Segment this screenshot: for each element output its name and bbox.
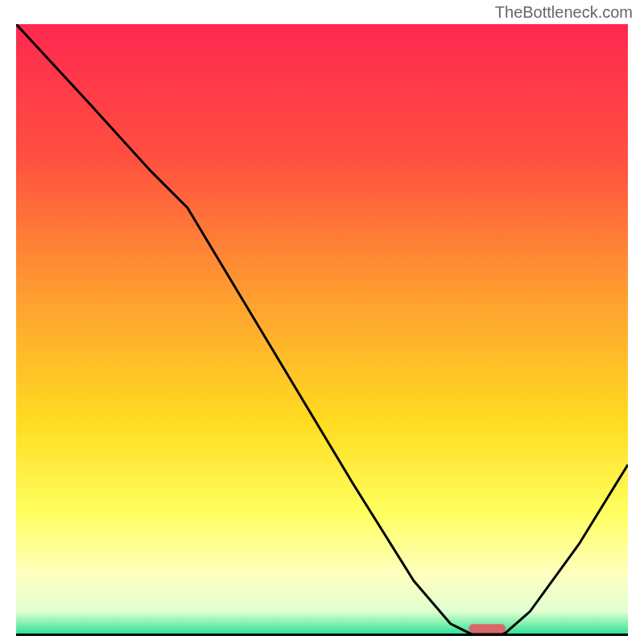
plot-area <box>16 24 628 636</box>
optimal-marker <box>469 624 506 633</box>
chart-svg <box>16 24 628 636</box>
chart-container: TheBottleneck.com <box>0 0 644 644</box>
gradient-background <box>16 24 628 636</box>
watermark-text: TheBottleneck.com <box>495 3 633 22</box>
